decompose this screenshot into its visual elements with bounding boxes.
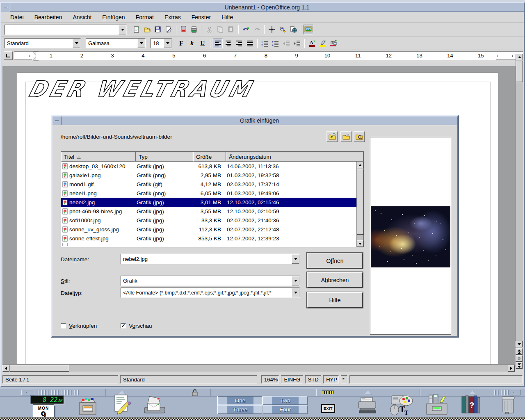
scroll-right-icon[interactable] — [508, 365, 515, 372]
preview-checkbox[interactable]: Vorschau — [121, 323, 152, 329]
text-editor-icon[interactable] — [112, 393, 132, 416]
printer-icon[interactable] — [189, 25, 199, 34]
undo-icon[interactable] — [241, 25, 251, 34]
list-scrollbar-thumb[interactable] — [357, 169, 364, 235]
application-manager-icon[interactable] — [425, 393, 450, 416]
menu-bearbeiten[interactable]: Bearbeiten — [30, 13, 67, 22]
file-row[interactable]: sonne-effekt.jpgGrafik (jpg)853,5 KB12.0… — [61, 234, 356, 243]
vertical-scrollbar[interactable] — [516, 54, 523, 347]
file-row[interactable]: desktop_03_1600x120Grafik (jpg)613,8 KB1… — [61, 162, 356, 171]
filetype-combobox[interactable]: <Alle Formate> (*.bmp;*.dxf;*.emf;*.eps;… — [121, 288, 300, 298]
list-scrollbar[interactable] — [356, 162, 363, 247]
scroll-down-icon[interactable] — [516, 341, 523, 347]
style-manager-icon[interactable]: TT — [389, 393, 414, 416]
align-left-icon[interactable] — [213, 39, 223, 48]
edit-file-icon[interactable] — [164, 25, 173, 34]
navigation-dot-icon[interactable] — [516, 355, 523, 362]
file-row[interactable]: mond1.gifGrafik (gif)4,12 MB02.03.2002, … — [61, 180, 356, 189]
scroll-up-icon[interactable] — [516, 54, 523, 60]
paragraph-style-combobox[interactable]: Standard — [5, 38, 81, 48]
menu-extras[interactable]: Extras — [160, 13, 186, 22]
status-zoom[interactable]: 164% — [261, 375, 279, 383]
url-dropdown-button[interactable] — [119, 25, 126, 34]
file-row[interactable]: galaxie1.pngGrafik (png)2,95 MB01.03.200… — [61, 171, 356, 180]
file-row[interactable]: nebel2.jpgGrafik (jpg)3,01 MB12.10.2002,… — [61, 198, 356, 207]
navigator-icon[interactable] — [267, 25, 277, 34]
file-row[interactable]: phot-46b-98-hires.jpgGrafik (jpg)3,55 MB… — [61, 207, 356, 216]
list-scroll-down-icon[interactable] — [357, 240, 363, 247]
paragraph-background-icon[interactable] — [329, 39, 338, 48]
filetype-dropdown-button[interactable] — [292, 288, 299, 297]
status-page-style[interactable]: Standard — [120, 375, 257, 383]
scroll-left-icon[interactable] — [2, 365, 9, 372]
horizontal-scrollbar[interactable] — [2, 364, 515, 372]
bullet-list-icon[interactable] — [271, 39, 281, 48]
decrease-indent-icon[interactable] — [281, 39, 291, 48]
size-dropdown-button[interactable] — [164, 39, 171, 48]
italic-icon[interactable]: k — [187, 39, 197, 48]
panel-handle-box[interactable] — [21, 390, 35, 395]
menu-ansicht[interactable]: Ansicht — [68, 13, 96, 22]
default-directory-button[interactable] — [354, 131, 365, 142]
create-new-directory-button[interactable] — [340, 131, 352, 142]
menu-fenster[interactable]: Fenster — [187, 13, 216, 22]
bold-icon[interactable]: F — [176, 39, 186, 48]
column-header-typ[interactable]: Typ — [136, 152, 193, 162]
redo-icon[interactable] — [252, 25, 262, 34]
url-combobox[interactable] — [5, 25, 127, 35]
menu-format[interactable]: Format — [131, 13, 159, 22]
dialog-window-menu-button[interactable] — [52, 116, 62, 125]
font-dropdown-button[interactable] — [137, 39, 145, 48]
style-combobox[interactable]: Grafik — [121, 276, 300, 286]
subpanel-arrow-icon[interactable] — [364, 390, 372, 395]
workspace-four-button[interactable]: Four — [263, 405, 308, 414]
menu-hilfe[interactable]: Hilfe — [217, 13, 238, 22]
style-dropdown-button[interactable] — [292, 276, 299, 285]
file-row[interactable]: sonne_uv_gross.jpgGrafik (jpg)112,3 KB02… — [61, 225, 356, 234]
file-row[interactable]: nebel1.pngGrafik (png)6,05 MB01.03.2002,… — [61, 189, 356, 198]
link-checkbox[interactable]: Verknüpfen — [61, 323, 97, 329]
insert-graphic-icon[interactable] — [304, 25, 313, 34]
file-manager-icon[interactable] — [77, 395, 98, 416]
printer-icon[interactable] — [356, 396, 379, 415]
column-header-groesse[interactable]: Größe — [193, 152, 226, 162]
file-row-partial[interactable] — [61, 243, 356, 246]
font-color-icon[interactable]: A — [307, 39, 317, 48]
print-file-direct-icon[interactable] — [179, 25, 189, 34]
next-page-icon[interactable] — [516, 362, 523, 369]
align-right-icon[interactable] — [234, 39, 244, 48]
list-scroll-up-icon[interactable] — [357, 162, 363, 168]
menu-datei[interactable]: Datei — [5, 13, 29, 22]
cancel-button[interactable]: Abbrechen — [307, 272, 363, 288]
open-icon[interactable] — [142, 25, 152, 34]
font-size-combobox[interactable]: 18 — [151, 38, 172, 48]
highlighting-icon[interactable] — [318, 39, 328, 48]
new-document-icon[interactable] — [132, 25, 142, 34]
window-titlebar[interactable]: Unbenannt1 - OpenOffice.org 1.1 — [1, 3, 524, 12]
window-menu-button[interactable] — [1, 3, 10, 12]
workspace-two-button[interactable]: Two — [263, 396, 308, 405]
gallery-icon[interactable] — [278, 25, 288, 34]
help-icon[interactable]: ? — [460, 394, 482, 415]
up-one-level-button[interactable] — [326, 131, 338, 142]
menu-einfuegen[interactable]: Einfügen — [97, 13, 130, 22]
numbered-list-icon[interactable]: 12 — [260, 39, 270, 48]
trash-icon[interactable] — [499, 394, 517, 415]
filename-dropdown-button[interactable] — [292, 254, 299, 264]
vertical-scrollbar-thumb[interactable] — [516, 61, 523, 82]
open-button[interactable]: Öffnen — [307, 253, 363, 269]
cut-icon[interactable] — [205, 25, 215, 34]
help-button[interactable]: Hilfe — [307, 292, 363, 308]
clock[interactable]: 8 22 AM — [30, 395, 64, 404]
underline-icon[interactable]: U — [198, 39, 208, 48]
column-header-aenderungsdatum[interactable]: Änderungsdatum — [226, 152, 363, 162]
justify-icon[interactable] — [245, 39, 255, 48]
status-hyperlink-mode[interactable]: HYP — [323, 375, 339, 383]
column-header-titel[interactable]: Titel — [61, 152, 136, 162]
mail-icon[interactable] — [143, 394, 167, 415]
status-insert-mode[interactable]: EINFG — [281, 375, 303, 383]
status-page[interactable]: Seite 1 / 1 — [2, 375, 118, 383]
tab-type-selector[interactable] — [4, 51, 13, 60]
align-center-icon[interactable] — [224, 39, 233, 48]
paste-icon[interactable] — [226, 25, 236, 34]
